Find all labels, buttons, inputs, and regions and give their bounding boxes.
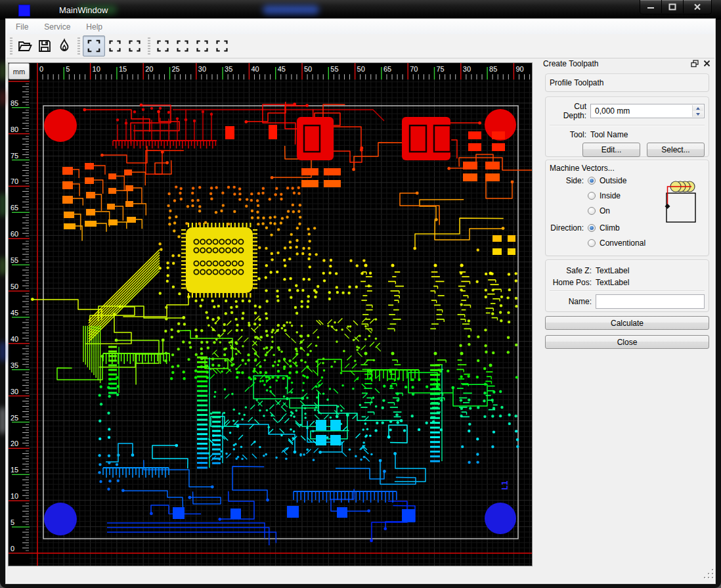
frame-tool-2[interactable] <box>105 36 125 56</box>
frame-tool-5[interactable] <box>173 36 192 56</box>
side-illustration <box>649 177 699 229</box>
open-folder-button[interactable] <box>15 36 35 56</box>
titlebar-glass-blur <box>263 5 319 14</box>
menu-help[interactable]: Help <box>79 20 109 34</box>
burn-button[interactable] <box>55 36 74 56</box>
svg-text:55: 55 <box>11 256 18 264</box>
name-input[interactable] <box>596 294 705 309</box>
radio-icon <box>588 192 596 200</box>
name-label: Name: <box>550 297 592 306</box>
spin-buttons <box>692 105 703 117</box>
frame-tool-6[interactable] <box>192 36 212 56</box>
radio-label: Outside <box>600 176 626 185</box>
side-outside-radio[interactable]: Outside <box>588 173 626 188</box>
toolbar-grip[interactable] <box>10 37 12 55</box>
svg-text:50: 50 <box>357 65 365 73</box>
spin-up-button[interactable] <box>693 105 703 111</box>
radio-label: Climb <box>600 223 620 233</box>
frame-tool-1-active[interactable] <box>83 35 105 57</box>
close-icon[interactable] <box>703 59 711 68</box>
cut-depth-label: Cut Depth: <box>550 102 586 120</box>
side-on-radio[interactable]: On <box>588 203 626 218</box>
svg-text:90: 90 <box>515 65 523 73</box>
close-panel-button[interactable]: Close <box>545 335 709 349</box>
frame-icon <box>87 39 101 53</box>
svg-text:40: 40 <box>11 335 18 343</box>
window-title: MainWindow <box>59 5 108 15</box>
minimize-button[interactable] <box>640 0 662 13</box>
menu-file[interactable]: File <box>9 20 35 34</box>
svg-text:15: 15 <box>119 65 127 73</box>
divider <box>550 290 705 292</box>
machine-vectors-label: Machine Vectors... <box>550 164 709 173</box>
frame-icon <box>108 39 121 53</box>
svg-text:65: 65 <box>383 65 391 73</box>
edge-glass-blur <box>0 258 5 275</box>
select-tool-button[interactable]: Select... <box>647 143 705 157</box>
resize-grip[interactable] <box>704 569 716 581</box>
svg-text:25: 25 <box>11 414 18 422</box>
machine-vectors-group: Machine Vectors... Side: Outside Inside … <box>545 160 709 256</box>
create-toolpath-panel: Create Toolpath Profile Toolpath Cut Dep… <box>540 58 716 583</box>
divider <box>550 125 705 126</box>
svg-text:35: 35 <box>225 65 232 73</box>
arrow-up-icon <box>696 107 700 110</box>
svg-text:0: 0 <box>11 545 14 553</box>
frame-icon <box>156 39 169 53</box>
save-button[interactable] <box>35 36 55 56</box>
pcb-canvas[interactable]: L105101520253035404550555065707530859005… <box>9 63 532 566</box>
frame-tool-7[interactable] <box>212 36 232 56</box>
svg-text:70: 70 <box>410 65 418 73</box>
svg-text:20: 20 <box>145 65 153 73</box>
titlebar[interactable]: MainWindow <box>0 0 721 20</box>
save-icon <box>37 38 53 54</box>
ruler-unit-button[interactable]: mm <box>9 63 30 79</box>
edge-glass-blur <box>0 62 5 79</box>
edge-glass-blur <box>0 342 5 361</box>
direction-climb-radio[interactable]: Climb <box>588 220 645 235</box>
direction-label: Direction: <box>550 223 584 233</box>
edge-glass-blur <box>0 407 5 434</box>
svg-text:50: 50 <box>11 283 18 290</box>
frame-tool-3[interactable] <box>125 36 144 56</box>
edit-tool-button[interactable]: Edit... <box>582 143 640 157</box>
svg-text:30: 30 <box>198 65 206 73</box>
tool-group: Cut Depth: 0,000 mm Tool: Tool Name Edit… <box>545 97 709 157</box>
svg-text:45: 45 <box>278 65 286 73</box>
cut-depth-spinbox[interactable]: 0,000 mm <box>590 104 705 118</box>
svg-text:55: 55 <box>330 65 338 73</box>
radio-icon <box>588 224 596 232</box>
burn-icon <box>56 38 72 54</box>
radio-label: Conventional <box>600 238 645 248</box>
position-group: Safe Z: TextLabel Home Pos: TextLabel Na… <box>545 260 709 312</box>
svg-text:75: 75 <box>437 65 445 73</box>
svg-text:35: 35 <box>11 361 18 369</box>
tool-label: Tool: <box>550 130 586 139</box>
toolbar-grip[interactable] <box>148 37 150 55</box>
maximize-button[interactable] <box>662 0 684 13</box>
cut-depth-value: 0,000 mm <box>595 106 630 116</box>
arrow-down-icon <box>696 113 700 116</box>
app-icon <box>18 5 30 16</box>
toolbar-grip[interactable] <box>77 37 80 55</box>
window-controls <box>640 0 712 14</box>
spin-down-button[interactable] <box>693 111 703 117</box>
svg-text:15: 15 <box>11 466 18 474</box>
side-inside-radio[interactable]: Inside <box>588 188 626 203</box>
svg-text:25: 25 <box>172 65 180 73</box>
frame-tool-4[interactable] <box>153 36 173 56</box>
profile-toolpath-label: Profile Toolpath <box>550 78 709 87</box>
calculate-button[interactable]: Calculate <box>545 316 709 330</box>
svg-text:70: 70 <box>11 177 18 185</box>
menu-service[interactable]: Service <box>37 20 77 34</box>
panel-header[interactable]: Create Toolpath <box>540 58 716 69</box>
toolbar <box>7 34 714 58</box>
home-pos-label: Home Pos: <box>550 278 592 287</box>
direction-conventional-radio[interactable]: Conventional <box>588 235 645 250</box>
float-icon[interactable] <box>690 59 699 68</box>
pcb-viewport[interactable]: L105101520253035404550555065707530859005… <box>8 62 533 566</box>
close-button[interactable] <box>684 0 711 13</box>
edge-glass-blur <box>0 194 5 216</box>
svg-text:5: 5 <box>11 518 14 526</box>
safe-z-label: Safe Z: <box>550 266 592 275</box>
